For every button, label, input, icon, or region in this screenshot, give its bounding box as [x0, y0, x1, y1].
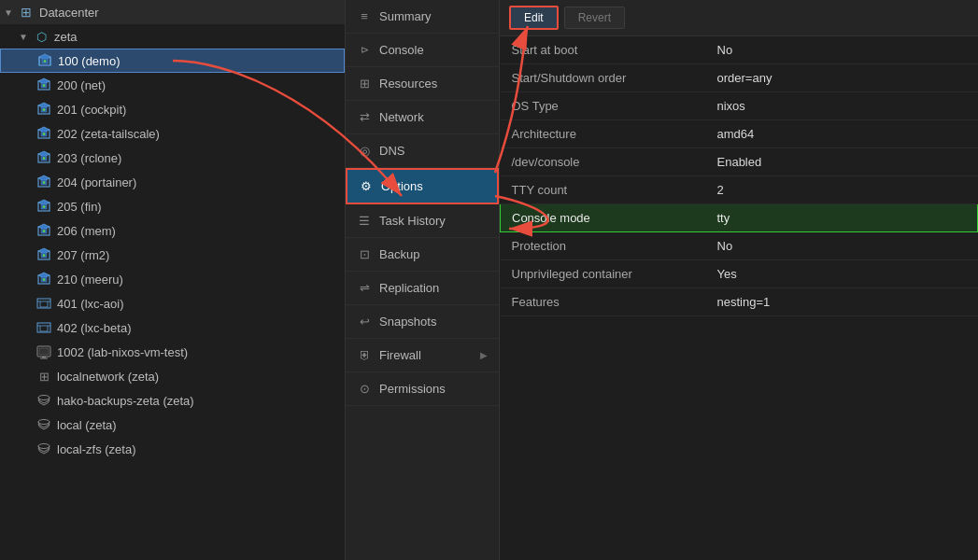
- prop-key-shutdown-order: Start/Shutdown order: [501, 64, 706, 92]
- nav-label-firewall: Firewall: [379, 348, 421, 362]
- svg-rect-53: [40, 358, 48, 359]
- sidebar-label-local-zfs: local-zfs (zeta): [57, 442, 136, 456]
- sidebar-item-402[interactable]: 402 (lxc-beta): [0, 315, 345, 340]
- nav-item-permissions[interactable]: ⊙ Permissions: [346, 372, 499, 406]
- sidebar-label-zeta: zeta: [54, 30, 78, 44]
- nav-label-resources: Resources: [379, 77, 437, 91]
- table-row: Unprivileged container Yes: [501, 260, 978, 288]
- sidebar-item-local-zfs[interactable]: local-zfs (zeta): [0, 437, 345, 461]
- vm-icon: [35, 343, 52, 360]
- node-icon: ⬡: [33, 28, 50, 45]
- sidebar-label-203: 203 (rclone): [57, 151, 121, 165]
- nav-label-permissions: Permissions: [379, 382, 446, 396]
- svg-point-9: [43, 84, 46, 87]
- sidebar-item-206[interactable]: 206 (mem): [0, 218, 345, 243]
- edit-button[interactable]: Edit: [509, 6, 559, 30]
- nav-item-network[interactable]: ⇄ Network: [346, 101, 499, 134]
- nav-label-network: Network: [379, 110, 424, 124]
- table-row: Architecture amd64: [501, 120, 978, 148]
- sidebar-item-hako-backups[interactable]: hako-backups-zeta (zeta): [0, 388, 345, 413]
- svg-point-41: [43, 278, 46, 281]
- sidebar-item-401[interactable]: 401 (lxc-aoi): [0, 291, 345, 315]
- toolbar: Edit Revert: [500, 0, 978, 36]
- sidebar-label-401: 401 (lxc-aoi): [57, 297, 124, 311]
- ct-icon: [35, 125, 52, 142]
- nav-item-backup[interactable]: ⊡ Backup: [346, 238, 499, 272]
- sidebar-label-204: 204 (portainer): [57, 175, 136, 189]
- revert-button[interactable]: Revert: [564, 7, 625, 29]
- nav-item-console[interactable]: ⊳ Console: [346, 34, 499, 67]
- svg-point-29: [43, 205, 46, 208]
- resources-icon: ⊞: [357, 77, 372, 91]
- nav-item-firewall[interactable]: ⛨ Firewall ▶: [346, 339, 499, 372]
- prop-value-shutdown-order: order=any: [706, 64, 978, 92]
- nav-label-summary: Summary: [379, 9, 432, 23]
- sidebar-item-datacenter[interactable]: ▼ ⊞ Datacenter: [0, 0, 345, 24]
- prop-value-protection: No: [706, 232, 978, 260]
- svg-point-5: [44, 60, 47, 63]
- sidebar-item-zeta[interactable]: ▼ ⬡ zeta: [0, 24, 345, 49]
- nav-label-dns: DNS: [379, 144, 404, 158]
- sidebar-label-202: 202 (zeta-tailscale): [57, 127, 160, 141]
- storage-icon: [35, 441, 52, 457]
- prop-key-dev-console: /dev/console: [501, 148, 706, 176]
- nav-item-options[interactable]: ⚙ Options: [346, 168, 499, 204]
- ct-icon: [35, 101, 52, 118]
- nav-item-summary[interactable]: ≡ Summary: [346, 0, 499, 34]
- svg-point-21: [43, 157, 46, 160]
- table-row: /dev/console Enabled: [501, 148, 978, 176]
- sidebar-item-localnetwork[interactable]: ⊞ localnetwork (zeta): [0, 364, 345, 388]
- prop-key-features: Features: [501, 288, 706, 316]
- ct-icon: [35, 246, 52, 263]
- ct-icon: [35, 77, 52, 93]
- nav-item-replication[interactable]: ⇌ Replication: [346, 272, 499, 305]
- nav-panel: ≡ Summary ⊳ Console ⊞ Resources ⇄ Networ…: [346, 0, 500, 560]
- nav-label-replication: Replication: [379, 281, 439, 295]
- ct-icon: [36, 52, 53, 69]
- svg-point-17: [43, 133, 46, 135]
- svg-point-25: [43, 181, 46, 184]
- ct-icon: [35, 271, 52, 287]
- sidebar-item-210[interactable]: 210 (meeru): [0, 267, 345, 291]
- sidebar-item-205[interactable]: 205 (fin): [0, 194, 345, 218]
- sidebar-item-100[interactable]: 100 (demo): [0, 49, 345, 73]
- sidebar-item-201[interactable]: 201 (cockpit): [0, 97, 345, 121]
- network-icon: ⊞: [35, 368, 52, 385]
- table-row-console-mode: Console mode tty: [501, 204, 978, 232]
- sidebar-item-204[interactable]: 204 (portainer): [0, 170, 345, 194]
- nav-label-backup: Backup: [379, 247, 419, 261]
- table-row: Start at boot No: [501, 36, 978, 64]
- sidebar-item-203[interactable]: 203 (rclone): [0, 146, 345, 170]
- sidebar-label-201: 201 (cockpit): [57, 103, 126, 117]
- sidebar-label-hako-backups: hako-backups-zeta (zeta): [57, 394, 194, 408]
- svg-rect-42: [37, 299, 50, 308]
- prop-key-protection: Protection: [501, 232, 706, 260]
- sidebar-item-200[interactable]: 200 (net): [0, 73, 345, 97]
- console-icon: ⊳: [357, 44, 372, 56]
- sidebar-label-207: 207 (rm2): [57, 248, 109, 262]
- table-row: TTY count 2: [501, 176, 978, 204]
- nav-item-snapshots[interactable]: ↩ Snapshots: [346, 305, 499, 339]
- sidebar-item-202[interactable]: 202 (zeta-tailscale): [0, 121, 345, 146]
- nav-item-task-history[interactable]: ☰ Task History: [346, 204, 499, 238]
- nav-item-dns[interactable]: ◎ DNS: [346, 134, 499, 168]
- svg-rect-52: [42, 357, 46, 358]
- prop-value-tty-count: 2: [706, 176, 978, 204]
- sidebar-label-402: 402 (lxc-beta): [57, 321, 131, 335]
- sidebar-item-1002[interactable]: 1002 (lab-nixos-vm-test): [0, 340, 345, 364]
- sidebar-label-datacenter: Datacenter: [39, 6, 99, 20]
- sidebar-item-local[interactable]: local (zeta): [0, 413, 345, 437]
- permissions-icon: ⊙: [357, 382, 372, 396]
- svg-point-13: [43, 108, 46, 111]
- table-row: Start/Shutdown order order=any: [501, 64, 978, 92]
- firewall-icon: ⛨: [357, 348, 372, 362]
- svg-point-56: [38, 444, 50, 449]
- table-row: Features nesting=1: [501, 288, 978, 316]
- svg-point-55: [38, 420, 50, 425]
- nav-item-resources[interactable]: ⊞ Resources: [346, 67, 499, 101]
- lxc-icon: [35, 295, 52, 312]
- table-row: OS Type nixos: [501, 92, 978, 120]
- sidebar-item-207[interactable]: 207 (rm2): [0, 243, 345, 267]
- storage-icon: [35, 392, 52, 409]
- sidebar: ▼ ⊞ Datacenter ▼ ⬡ zeta 100 (demo): [0, 0, 346, 560]
